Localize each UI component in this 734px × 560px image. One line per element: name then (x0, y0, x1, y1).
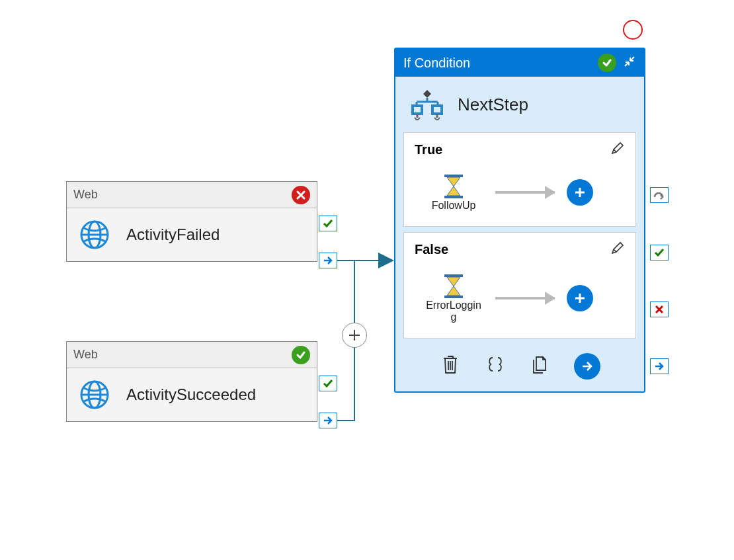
activity-header: Web (67, 342, 317, 368)
if-condition-header-label: If Condition (403, 56, 470, 71)
view-code-button[interactable] (484, 353, 507, 376)
clone-button[interactable] (529, 353, 551, 376)
activity-header: Web (67, 182, 317, 208)
if-condition-name-label: NextStep (458, 95, 528, 115)
pipeline-canvas[interactable]: Web ActivityFailed Web (0, 0, 734, 560)
branch-label: True (415, 142, 442, 157)
globe-icon (79, 219, 110, 251)
output-success-handle[interactable] (650, 245, 669, 260)
add-activity-false-button[interactable] (567, 285, 593, 311)
output-completion-handle[interactable] (319, 253, 337, 268)
edit-branch-button[interactable] (610, 141, 625, 159)
branch-activity-name: ErrorLogging (424, 300, 483, 323)
activity-body: ActivitySucceeded (67, 368, 317, 421)
if-condition-title-row: NextStep (395, 77, 644, 127)
if-condition-header[interactable]: If Condition (395, 49, 644, 77)
output-completion-handle[interactable] (319, 413, 337, 428)
branch-arrow-icon (495, 297, 555, 300)
output-skip-handle[interactable] (650, 187, 669, 203)
wait-activity-followup[interactable]: FollowUp (424, 173, 483, 212)
edit-branch-button[interactable] (610, 241, 625, 259)
output-success-handle[interactable] (319, 216, 337, 231)
hourglass-icon (440, 173, 467, 200)
activity-name-label: ActivitySucceeded (126, 385, 256, 404)
svg-rect-9 (444, 175, 463, 177)
status-error-icon (292, 186, 310, 204)
navigate-button[interactable] (574, 353, 600, 380)
branch-activity-name: FollowUp (432, 200, 476, 212)
status-success-icon (598, 54, 616, 72)
status-success-icon (292, 346, 310, 364)
collapse-icon[interactable] (623, 55, 636, 71)
output-completion-handle[interactable] (650, 358, 669, 374)
svg-rect-7 (413, 106, 422, 114)
add-activity-on-edge-button[interactable] (342, 323, 367, 348)
output-success-handle[interactable] (319, 376, 337, 391)
branch-arrow-icon (495, 191, 555, 194)
activity-name-label: ActivityFailed (126, 225, 220, 244)
svg-rect-11 (444, 274, 463, 277)
activity-body: ActivityFailed (67, 208, 317, 261)
if-condition-node[interactable]: If Condition NextStep (394, 48, 645, 393)
delete-button[interactable] (439, 353, 462, 376)
false-branch-panel: False ErrorLogging (403, 232, 636, 339)
true-branch-panel: True FollowUp (403, 132, 636, 227)
branch-label: False (415, 242, 448, 257)
activity-node-activityfailed[interactable]: Web ActivityFailed (66, 181, 317, 262)
svg-rect-10 (444, 196, 463, 198)
selection-circle (623, 20, 643, 40)
add-activity-true-button[interactable] (567, 179, 593, 206)
svg-marker-6 (423, 90, 431, 98)
globe-icon (79, 379, 110, 411)
activity-type-label: Web (73, 348, 98, 362)
svg-rect-12 (444, 296, 463, 298)
activity-node-activitysucceeded[interactable]: Web ActivitySucceeded (66, 341, 317, 422)
activity-type-label: Web (73, 188, 98, 202)
wait-activity-errorlogging[interactable]: ErrorLogging (424, 273, 483, 323)
if-condition-icon (409, 89, 446, 120)
output-failure-handle[interactable] (650, 301, 669, 317)
hourglass-icon (440, 273, 467, 300)
svg-rect-8 (432, 106, 442, 114)
if-condition-toolbar (395, 344, 644, 391)
